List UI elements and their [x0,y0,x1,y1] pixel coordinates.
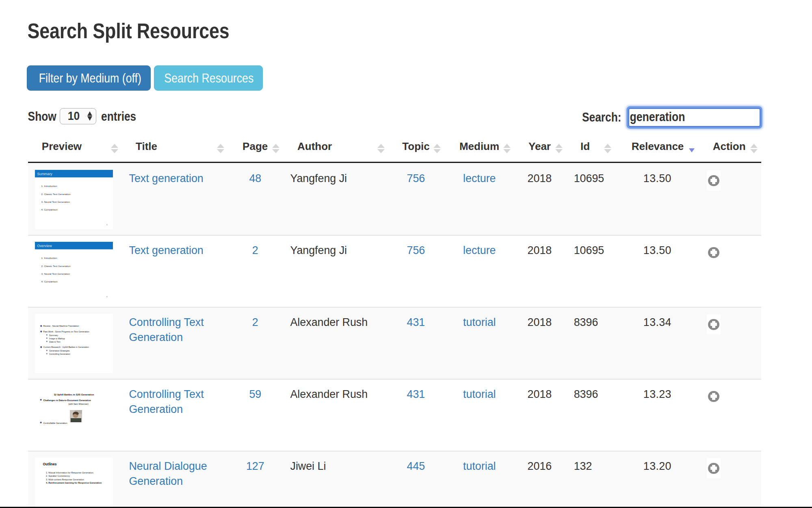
svg-text:4. Comparison: 4. Comparison [41,208,58,211]
svg-text:Generation Strategies: Generation Strategies [49,350,70,352]
svg-text:Summary: Summary [49,334,58,336]
svg-text:Summary: Summary [37,172,53,176]
svg-text:Current Research : Uphill Batt: Current Research : Uphill Battles in Gen… [43,346,89,348]
svg-text:2. Classic Text Generation: 2. Classic Text Generation [41,193,71,195]
svg-text:1. Mutual Information for Resp: 1. Mutual Information for Response Gener… [46,471,94,474]
svg-text:3. Neural Text Generation: 3. Neural Text Generation [41,200,70,203]
svg-text:3) Uphill Battles in S2S Gener: 3) Uphill Battles in S2S Generation [54,393,94,396]
svg-text:Image to Markup: Image to Markup [49,337,65,340]
svg-text:Data to Text: Data to Text [49,341,61,343]
svg-text:Outlines: Outlines [43,462,57,466]
svg-text:Review : Neural Machine Transl: Review : Neural Machine Translation [43,325,79,327]
svg-text:2. Speaker Consistency: 2. Speaker Consistency [46,475,70,478]
svg-text:3. Multi-context Response Gene: 3. Multi-context Response Generation [46,478,84,481]
svg-text:1. Introduction: 1. Introduction [41,256,58,259]
svg-text:Past Work : Some Progress on T: Past Work : Some Progress on Text Genera… [43,330,89,333]
svg-text:2. Classic Text Generation: 2. Classic Text Generation [41,265,71,267]
svg-text:Controllable Generation: Controllable Generation [43,422,67,424]
svg-text:1. Introduction: 1. Introduction [41,185,58,187]
svg-text:4. Comparison: 4. Comparison [41,280,58,283]
svg-text:(with Sam Wiseman): (with Sam Wiseman) [68,403,89,405]
svg-text:4. Reinforcement learning for: 4. Reinforcement learning for Response G… [46,482,102,484]
svg-text:Overview: Overview [37,244,52,248]
svg-text:Controlling Generation: Controlling Generation [49,353,70,355]
svg-text:3. Neural Text Generation: 3. Neural Text Generation [41,272,70,275]
svg-text:Challenges in Data-to-Document: Challenges in Data-to-Document Generatio… [43,399,91,402]
